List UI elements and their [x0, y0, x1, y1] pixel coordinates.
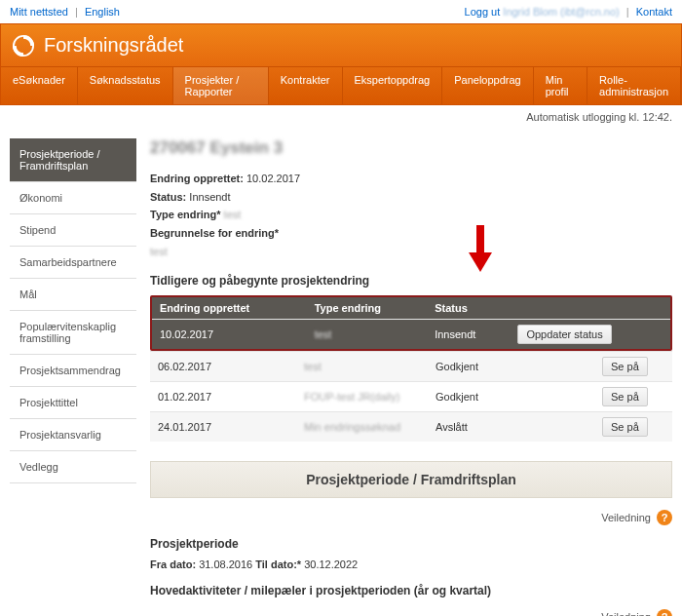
brand-logo-icon	[13, 35, 34, 57]
meta-begrunnelse-value: test	[150, 243, 168, 261]
svg-rect-1	[476, 225, 484, 254]
tab-kontrakter[interactable]: Kontrakter	[269, 67, 343, 104]
help-icon[interactable]: ?	[657, 609, 672, 616]
link-kontakt[interactable]: Kontakt	[636, 6, 672, 18]
cell-date: 24.01.2017	[150, 412, 296, 443]
sidebar-item-stipend[interactable]: Stipend	[10, 214, 136, 247]
changes-box: Endring opprettet Type endring Status 10…	[150, 295, 672, 351]
col-status: Status	[427, 297, 510, 320]
changes-table-rest: 06.02.2017 test Godkjent Se på 01.02.201…	[150, 351, 672, 442]
help-label: Veiledning	[601, 512, 651, 523]
table-row: 24.01.2017 Min endringssøknad Avslått Se…	[150, 412, 672, 443]
meta-status-value: Innsendt	[189, 191, 230, 203]
help-icon[interactable]: ?	[657, 510, 672, 525]
cell-date: 01.02.2017	[150, 382, 296, 412]
link-mitt-nettsted[interactable]: Mitt nettsted	[10, 6, 68, 18]
cell-status: Godkjent	[428, 382, 594, 412]
meta-begrunnelse-label: Begrunnelse for endring*	[150, 227, 279, 239]
tab-min-profil[interactable]: Min profil	[534, 67, 587, 104]
til-dato-value: 30.12.2022	[304, 558, 358, 570]
changes-section-title: Tidligere og påbegynte prosjektendring	[150, 274, 672, 288]
header-band: Forskningsrådet eSøknader Søknadsstatus …	[0, 23, 682, 105]
cell-date: 06.02.2017	[150, 352, 296, 382]
meta-endring-value: 10.02.2017	[246, 173, 300, 184]
sidebar-item-mal[interactable]: Mål	[10, 279, 136, 311]
top-bar: Mitt nettsted | English Logg ut Ingrid B…	[0, 0, 682, 23]
sidebar-item-vedlegg[interactable]: Vedlegg	[10, 451, 136, 483]
col-date: Endring opprettet	[152, 297, 307, 320]
help-label: Veiledning	[601, 611, 651, 616]
sidebar-item-sammendrag[interactable]: Prosjektsammendrag	[10, 355, 136, 387]
cell-type: Min endringssøknad	[304, 421, 400, 433]
auto-logout-notice: Automatisk utlogging kl. 12:42.	[0, 105, 682, 129]
table-row: 06.02.2017 test Godkjent Se på	[150, 352, 672, 382]
tab-soknadsstatus[interactable]: Søknadsstatus	[78, 67, 173, 104]
fra-dato-label: Fra dato:	[150, 558, 196, 570]
link-logg-ut[interactable]: Logg ut	[465, 6, 501, 18]
update-status-button[interactable]: Oppdater status	[517, 325, 611, 344]
tab-paneloppdrag[interactable]: Paneloppdrag	[442, 67, 534, 104]
brand-name: Forskningsrådet	[44, 34, 183, 57]
table-row: 10.02.2017 test Innsendt Oppdater status	[152, 320, 670, 350]
cell-type: test	[315, 328, 332, 340]
sidebar-item-okonomi[interactable]: Økonomi	[10, 182, 136, 214]
tab-rolle-admin[interactable]: Rolle- administrasjon	[587, 67, 681, 104]
view-button[interactable]: Se på	[602, 417, 648, 437]
view-button[interactable]: Se på	[602, 357, 648, 376]
sidebar-item-prosjektperiode[interactable]: Prosjektperiode / Framdriftsplan	[10, 138, 136, 182]
tab-esoknader[interactable]: eSøknader	[1, 67, 78, 104]
tab-ekspertoppdrag[interactable]: Ekspertoppdrag	[343, 67, 443, 104]
user-name: Ingrid Blom (ibt@rcn.no)	[503, 6, 619, 18]
cell-date: 10.02.2017	[152, 320, 307, 350]
meta-status-label: Status:	[150, 191, 186, 203]
project-title: 270067 Eystein 3	[150, 138, 672, 158]
view-button[interactable]: Se på	[602, 387, 648, 406]
period-title: Prosjektperiode	[150, 537, 672, 551]
tab-prosjekter-rapporter[interactable]: Prosjekter / Rapporter	[173, 67, 269, 104]
cell-status: Godkjent	[428, 352, 594, 382]
changes-table: Endring opprettet Type endring Status 10…	[152, 297, 670, 349]
svg-marker-2	[469, 252, 492, 272]
meta-type-value: test	[224, 206, 242, 224]
meta-type-label: Type endring*	[150, 209, 221, 220]
table-row: 01.02.2017 FOUP-test JR(daily) Godkjent …	[150, 382, 672, 412]
content: 270067 Eystein 3 Endring opprettet: 10.0…	[150, 138, 672, 616]
main-nav: eSøknader Søknadsstatus Prosjekter / Rap…	[1, 66, 681, 104]
col-type: Type endring	[307, 297, 427, 320]
sidebar-item-samarbeidspartnere[interactable]: Samarbeidspartnere	[10, 247, 136, 279]
callout-arrow-icon	[466, 225, 495, 274]
sidebar-item-popvit[interactable]: Populærvitenskaplig framstilling	[10, 311, 136, 355]
meta-endring-label: Endring opprettet:	[150, 173, 244, 184]
milestones-title: Hovedaktiviteter / milepæler i prosjektp…	[150, 584, 672, 597]
cell-status: Avslått	[428, 412, 594, 443]
sidebar: Prosjektperiode / Framdriftsplan Økonomi…	[10, 138, 136, 616]
sidebar-item-tittel[interactable]: Prosjekttittel	[10, 387, 136, 419]
change-meta: Endring opprettet: 10.02.2017 Status: In…	[150, 170, 672, 260]
cell-type: FOUP-test JR(daily)	[304, 391, 399, 403]
cell-status: Innsendt	[427, 320, 510, 350]
sidebar-item-ansvarlig[interactable]: Prosjektansvarlig	[10, 419, 136, 451]
panel-title: Prosjektperiode / Framdriftsplan	[150, 461, 672, 498]
fra-dato-value: 31.08.2016	[199, 558, 252, 570]
cell-type: test	[304, 361, 322, 372]
til-dato-label: Til dato:*	[255, 558, 301, 570]
link-english[interactable]: English	[85, 6, 120, 18]
